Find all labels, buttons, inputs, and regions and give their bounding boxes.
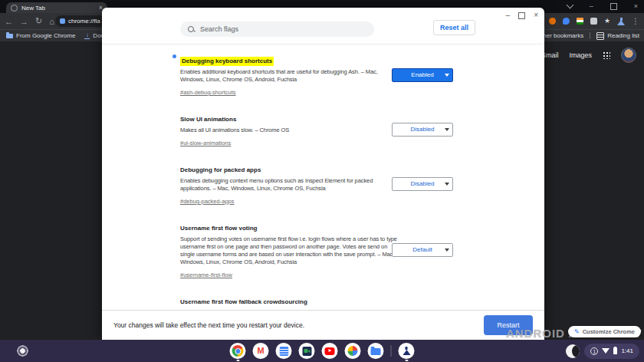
browser-window-controls: – × (567, 1, 638, 12)
extension-icon[interactable] (563, 18, 570, 25)
flag-title: Username first flow fallback crowdsourci… (180, 298, 307, 306)
flag-row: Debugging keyboard shortcuts Enables add… (180, 52, 461, 97)
flag-permalink[interactable]: #ui-slow-animations (180, 140, 231, 146)
dropdown-arrow-icon (445, 74, 449, 77)
restart-bar: Your changes will take effect the next t… (102, 310, 544, 340)
flags-list: Debugging keyboard shortcuts Enables add… (180, 44, 544, 311)
extensions-puzzle-icon[interactable]: ★ (604, 18, 610, 25)
dropdown-arrow-icon (445, 183, 449, 186)
reading-list-icon (596, 32, 604, 40)
restart-notice: Your changes will take effect the next t… (113, 321, 304, 329)
meet-app-icon[interactable] (299, 343, 315, 359)
search-input[interactable]: Search flags (180, 21, 374, 37)
flask-icon (402, 347, 411, 355)
flag-description: Support of sending votes on username fir… (180, 235, 399, 266)
flag-permalink[interactable]: #debug-packed-apps (180, 198, 234, 205)
flag-description: Makes all UI animations slow. – Chrome O… (180, 127, 399, 134)
google-apps-grid-icon[interactable] (603, 51, 610, 59)
chrome-app-icon[interactable] (230, 343, 246, 359)
clock: 1:41 (621, 347, 633, 354)
reload-icon[interactable]: ↻ (35, 16, 42, 26)
flag-dropdown[interactable]: Default (392, 243, 453, 257)
ntp-header-links: Gmail Images (540, 48, 636, 63)
enabled-indicator-dot (172, 54, 176, 58)
notification-count-badge: 1 (590, 347, 598, 355)
site-icon (60, 18, 65, 24)
flags-header: Search flags Reset all (102, 8, 544, 44)
dropdown-arrow-icon (445, 128, 449, 131)
browser-maximize-button[interactable] (610, 3, 617, 10)
extensions-row: ★ ⋮ (535, 13, 639, 29)
url-text: chrome://fla (68, 18, 100, 25)
shelf: M 1 (0, 340, 644, 362)
flag-permalink[interactable]: #username-first-flow (180, 272, 232, 278)
back-icon[interactable]: ← (5, 17, 13, 26)
running-indicator (405, 360, 408, 361)
bookmark-from-google-chrome[interactable]: From Google Chrome (6, 32, 75, 39)
browser-minimize-button[interactable]: – (590, 3, 593, 10)
pencil-icon: ✎ (574, 329, 580, 335)
battery-icon (613, 347, 617, 354)
reading-list-button[interactable]: Reading list (596, 32, 639, 40)
docs-app-icon[interactable] (276, 343, 292, 359)
meet-icon (302, 347, 311, 356)
shelf-apps: M (230, 340, 415, 362)
files-app-icon[interactable] (368, 343, 384, 359)
divider (590, 32, 590, 39)
flag-dropdown[interactable]: Disabled (392, 177, 453, 191)
flag-description: Enables additional keyboard shortcuts th… (180, 68, 399, 84)
search-icon (188, 26, 195, 33)
tab-new-tab[interactable]: New Tab × (6, 2, 107, 13)
photos-app-icon[interactable] (345, 343, 361, 359)
home-icon[interactable]: ⌂ (49, 17, 54, 26)
flag-dropdown[interactable]: Disabled (392, 123, 453, 137)
flag-row: Debugging for packed apps Enables debugg… (180, 161, 461, 206)
flag-description: Enables debugging context menu options s… (180, 177, 399, 193)
forward-icon[interactable]: → (20, 17, 28, 26)
screen: New Tab × – × ← → ↻ ⌂ chrome://fla ★ (0, 0, 644, 362)
extension-icon[interactable] (549, 18, 556, 25)
flags-window: – × Search flags Reset all Debugging key… (102, 8, 544, 340)
status-avatar[interactable] (566, 344, 580, 358)
flag-row: Slow UI animations Makes all UI animatio… (180, 110, 461, 148)
docs-icon (279, 347, 288, 356)
system-tray[interactable]: 1 1:41 (584, 344, 639, 359)
flag-title: Debugging for packed apps (180, 166, 261, 174)
dropdown-arrow-icon (445, 248, 449, 252)
lab-flask-app-icon[interactable] (399, 343, 415, 359)
labs-beaker-icon[interactable] (617, 18, 625, 25)
extension-icon[interactable] (577, 18, 583, 25)
status-area: 1 1:41 (566, 343, 639, 359)
tab-favicon-icon (11, 5, 18, 12)
files-icon (371, 348, 381, 355)
customize-chrome-button[interactable]: ✎ Customize Chrome (568, 326, 641, 337)
extension-icon[interactable] (590, 18, 597, 25)
folder-icon (6, 34, 13, 38)
images-link[interactable]: Images (569, 51, 592, 59)
flag-permalink[interactable]: #ash-debug-shortcuts (180, 89, 236, 96)
chevron-down-icon[interactable] (566, 2, 573, 9)
reset-all-button[interactable]: Reset all (433, 20, 475, 35)
flag-title: Debugging keyboard shortcuts (180, 57, 274, 66)
flag-row: Username first flow voting Support of se… (180, 219, 461, 280)
browser-menu-icon[interactable]: ⋮ (632, 18, 639, 25)
flag-title: Username first flow voting (180, 225, 257, 232)
search-placeholder: Search flags (200, 25, 238, 33)
youtube-app-icon[interactable] (322, 343, 338, 359)
launcher-button[interactable] (17, 345, 28, 357)
tab-title: New Tab (21, 5, 95, 12)
chrome-icon (232, 345, 244, 357)
download-icon: ↓ (84, 32, 90, 39)
gmail-icon: M (257, 347, 264, 355)
bookmark-downloads[interactable]: ↓ Downloads (84, 32, 102, 39)
flag-dropdown[interactable]: Enabled (392, 68, 453, 82)
photos-icon (348, 346, 358, 356)
profile-avatar[interactable] (621, 48, 636, 63)
wifi-icon (602, 348, 610, 354)
flag-title: Slow UI animations (180, 116, 236, 123)
shelf-separator (391, 345, 392, 357)
gmail-app-icon[interactable]: M (253, 343, 269, 359)
browser-close-button[interactable]: × (634, 3, 638, 10)
youtube-icon (325, 347, 335, 355)
running-indicator (236, 360, 239, 361)
